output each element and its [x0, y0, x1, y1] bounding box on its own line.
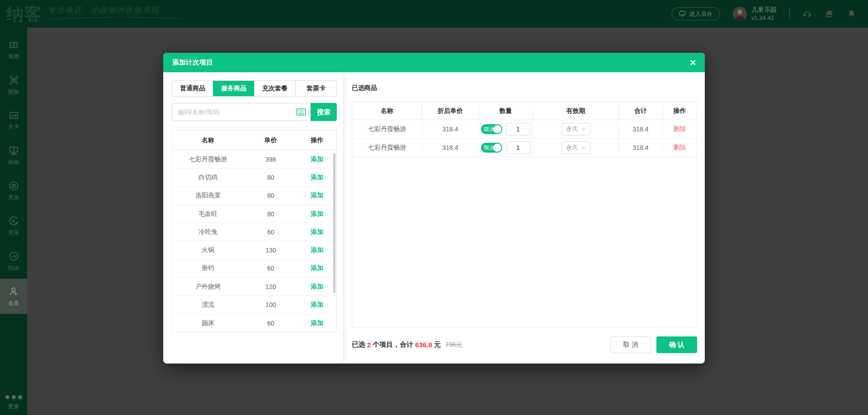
search-button[interactable]: 搜索: [311, 103, 337, 121]
sidebar-item-recharge-money[interactable]: ¥ 充值: [0, 208, 27, 243]
product-name: 漂流: [172, 301, 244, 309]
add-product-button[interactable]: 添加: [311, 228, 323, 235]
limit-count-toggle[interactable]: 限次: [481, 143, 502, 153]
modal-title: 添加计次项目: [172, 58, 213, 67]
member-icon: [8, 286, 19, 297]
sidebar-item-ticketing[interactable]: ¥ 售票: [0, 32, 27, 67]
sidebar-item-verify[interactable]: 核验: [0, 67, 27, 103]
product-price: 60: [244, 265, 298, 272]
tab-normal-goods[interactable]: 普通商品: [172, 81, 213, 96]
toggle-knob: [493, 144, 501, 152]
sidebar-item-more[interactable]: 更多: [0, 395, 27, 410]
sidebar-item-cashier[interactable]: ¥ 收银: [0, 138, 27, 173]
sidebar-nav: ¥ 售票 核验 VIP 开卡 ¥ 收银 充次: [0, 28, 27, 415]
confirm-button[interactable]: 确 认: [656, 336, 697, 353]
add-product-button[interactable]: 添加: [311, 210, 323, 217]
scrollbar-thumb[interactable]: [333, 153, 335, 293]
validity-select[interactable]: 永久: [561, 123, 590, 135]
selected-col-validity: 有效期: [533, 102, 619, 120]
add-product-button[interactable]: 添加: [311, 246, 323, 253]
tab-ticket-card[interactable]: 套票卡: [295, 81, 336, 96]
customer-service-icon[interactable]: [802, 9, 812, 19]
product-row: 白切鸡 80 添加: [172, 168, 336, 187]
avatar-photo: [733, 7, 747, 21]
avatar[interactable]: [733, 7, 747, 21]
recharge-money-icon: ¥: [8, 215, 19, 227]
product-name: 户外烧烤: [172, 283, 244, 291]
quantity-input[interactable]: [506, 123, 530, 135]
product-row: 户外烧烤 120 添加: [172, 278, 336, 296]
close-icon[interactable]: ×: [690, 58, 696, 68]
add-product-button[interactable]: 添加: [311, 173, 323, 181]
validity-select[interactable]: 永久: [561, 141, 590, 154]
selected-total: 318.4: [619, 120, 663, 138]
product-name: 冷吃兔: [172, 228, 244, 236]
tab-service-goods[interactable]: 服务商品: [213, 81, 254, 96]
svg-text:¥: ¥: [13, 42, 15, 47]
keyboard-icon[interactable]: [296, 108, 306, 116]
recharge-count-icon: [8, 180, 19, 191]
toggle-knob: [493, 125, 501, 133]
more-dots-icon: [5, 395, 22, 399]
add-product-button[interactable]: 添加: [311, 283, 323, 290]
top-bar: 纳客 专注单店、小连锁的收银系统 进入后台 儿童乐园: [0, 0, 868, 28]
svg-text:VIP: VIP: [11, 113, 17, 117]
brand-slogan: 专注单店、小连锁的收银系统: [48, 5, 184, 15]
cashier-monitor-icon: ¥: [8, 145, 19, 156]
sidebar-item-member[interactable]: 会员: [0, 279, 27, 314]
product-price: 120: [244, 283, 298, 290]
selected-goods-panel: 已选商品 名称 折后单价 数量 有效期 合计 操作 七彩丹霞畅游 318.4: [344, 72, 705, 364]
sidebar-item-vip-card[interactable]: VIP 开卡: [0, 103, 27, 138]
add-product-button[interactable]: 添加: [311, 264, 323, 271]
product-row: 冷吃兔 60 添加: [172, 223, 336, 241]
vip-card-icon: VIP: [8, 110, 19, 121]
selection-summary: 已选 2 个项目，合计 636.8 元 796元: [352, 340, 462, 349]
product-price: 80: [244, 174, 298, 181]
selected-name: 七彩丹霞畅游: [352, 139, 422, 157]
limit-count-toggle[interactable]: 限次: [481, 124, 502, 134]
product-name: 毛血旺: [172, 210, 244, 218]
product-price: 80: [244, 210, 298, 218]
add-product-button[interactable]: 添加: [311, 155, 323, 163]
ticket-icon: ¥: [8, 39, 19, 51]
product-name: 七彩丹霞畅游: [172, 155, 244, 163]
add-product-button[interactable]: 添加: [311, 191, 323, 199]
selected-col-total: 合计: [619, 102, 663, 120]
selected-col-qty: 数量: [479, 102, 533, 120]
add-product-button[interactable]: 添加: [311, 319, 323, 326]
search-input[interactable]: [172, 103, 311, 121]
quantity-input[interactable]: [506, 141, 530, 154]
product-name: 垂钓: [172, 264, 244, 272]
product-row: 漂流 100 添加: [172, 296, 336, 314]
total-amount: 636.8: [415, 341, 432, 349]
add-product-button[interactable]: 添加: [311, 301, 323, 308]
chevron-down-icon: [581, 146, 586, 149]
selected-table: 名称 折后单价 数量 有效期 合计 操作 七彩丹霞畅游 318.4: [352, 102, 697, 327]
selected-goods-title: 已选商品: [352, 84, 697, 92]
cancel-button[interactable]: 取 消: [610, 336, 651, 353]
delete-button[interactable]: 删除: [674, 125, 686, 133]
selected-count: 2: [367, 341, 371, 349]
product-col-name: 名称: [172, 136, 244, 145]
cloud-sync-icon[interactable]: [825, 9, 834, 19]
product-row: 蹦床 60 添加: [172, 314, 336, 332]
product-col-price: 单价: [244, 136, 298, 145]
enter-backend-label: 进入后台: [689, 10, 712, 18]
header-divider: [789, 9, 790, 19]
product-picker-panel: 普通商品 服务商品 充次套餐 套票卡 搜索 名称 单价: [163, 72, 344, 364]
svg-text:¥: ¥: [12, 219, 14, 223]
product-row: 洛阳燕菜 80 添加: [172, 187, 336, 205]
tab-count-package[interactable]: 充次套餐: [254, 81, 295, 96]
slogan-underline: [48, 16, 184, 20]
add-count-item-modal: 添加计次项目 × 普通商品 服务商品 充次套餐 套票卡 搜索: [163, 53, 705, 364]
product-name: 洛阳燕菜: [172, 191, 244, 200]
brand-logo: 纳客 专注单店、小连锁的收银系统: [6, 5, 184, 23]
selected-table-body: 七彩丹霞畅游 318.4 限次 永久: [352, 120, 697, 157]
enter-backend-button[interactable]: 进入后台: [671, 7, 720, 20]
sidebar-item-deduct-count[interactable]: 扣次: [0, 243, 27, 279]
delete-button[interactable]: 删除: [674, 144, 686, 152]
svg-text:¥: ¥: [13, 147, 15, 152]
sidebar-item-recharge-count[interactable]: 充次: [0, 173, 27, 208]
product-price: 130: [244, 247, 298, 254]
notification-bell-icon[interactable]: [847, 9, 856, 19]
